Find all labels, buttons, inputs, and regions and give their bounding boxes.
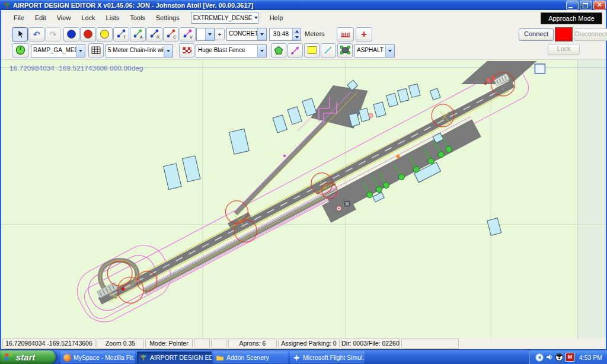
menu-tools[interactable]: Tools <box>124 12 151 23</box>
restore-button[interactable] <box>580 1 592 10</box>
pentagon-icon <box>274 46 283 55</box>
vehicle-link-tool-button[interactable]: V <box>180 27 196 41</box>
apron-surface-dropdown[interactable]: ASPHALT <box>354 44 395 58</box>
start-label: start <box>16 352 36 362</box>
tray-app-icon[interactable] <box>555 353 563 361</box>
width-value: 30.48 <box>270 28 292 40</box>
beacon-icon[interactable] <box>345 201 350 206</box>
airport-map[interactable] <box>1 60 606 338</box>
closed-link-tool-button[interactable]: C <box>163 27 179 41</box>
add-object-button[interactable]: + <box>356 27 372 41</box>
blast-fence-value: Huge Blast Fence <box>196 45 257 57</box>
minimize-button[interactable] <box>566 1 579 10</box>
task-label: Addon Scenery <box>226 354 269 361</box>
runway-link-tool-button[interactable]: R <box>146 27 162 41</box>
fence-profile-button[interactable] <box>337 27 354 41</box>
undo-icon: ↶ <box>33 30 40 39</box>
task-firefox[interactable]: MySpace - Mozilla Fir... <box>60 352 135 363</box>
status-aprons: Aprons: 6 <box>228 339 277 349</box>
status-coordinates: 16.720984034 -169.521743606 <box>2 339 95 349</box>
blue-node-tool-button[interactable] <box>63 27 79 41</box>
link-taxiway-icon: T <box>116 29 127 39</box>
menu-settings[interactable]: Settings <box>151 12 185 23</box>
link-vehicle-icon: V <box>183 29 193 39</box>
ramp-type-dropdown[interactable]: RAMP_GA_MEDIUM <box>31 44 85 58</box>
blast-fence-button[interactable] <box>179 43 194 58</box>
width-spinner[interactable]: 30.48 <box>269 28 301 41</box>
cyan-line-icon <box>324 46 333 55</box>
windows-logo-icon <box>5 353 13 361</box>
toolbar-top: ↶ ↷ T A <box>1 26 606 41</box>
task-flight-simulator[interactable]: Microsoft Flight Simul... <box>290 352 365 363</box>
chevron-down-icon <box>257 45 266 57</box>
density-dropdown[interactable]: EXTREMELY_DENSE <box>191 12 258 24</box>
cursor-coordinates: 16.720984034 -169.521743606 000.00deg <box>9 65 143 72</box>
checker-icon <box>183 47 191 53</box>
link-closed-icon: C <box>166 29 177 39</box>
status-spare-2 <box>211 339 227 349</box>
status-parking: Assigned Parking: 0 <box>278 339 340 349</box>
task-label: MySpace - Mozilla Fir... <box>74 354 135 361</box>
start-button[interactable]: start <box>0 350 56 364</box>
windsock-icon[interactable] <box>337 206 341 210</box>
spinner-arrows[interactable] <box>292 28 301 40</box>
task-label: Microsoft Flight Simul... <box>303 354 365 361</box>
menu-edit[interactable]: Edit <box>30 12 52 23</box>
menu-lists[interactable]: Lists <box>101 12 125 23</box>
tray-collapse-icon[interactable] <box>535 353 544 362</box>
titlebar: AIRPORT DESIGN EDITOR X v01.45.06: JON -… <box>0 0 607 10</box>
apron-fill-button[interactable] <box>304 43 320 58</box>
fence-type-dropdown[interactable]: 5 Meter Chain-link with be <box>106 44 173 58</box>
ade-icon <box>139 353 148 362</box>
svg-text:V: V <box>190 35 193 39</box>
runway-thresholds <box>97 74 510 298</box>
menu-lock[interactable]: Lock <box>76 12 100 23</box>
vector-tool-button[interactable] <box>287 43 303 58</box>
status-spare-3 <box>401 339 459 349</box>
designator-dropdown[interactable] <box>196 28 215 41</box>
menu-file[interactable]: File <box>8 12 30 23</box>
undo-button[interactable]: ↶ <box>28 27 44 41</box>
map-canvas[interactable]: 16.720984034 -169.521743606 000.00deg <box>1 60 606 338</box>
add-designator-button[interactable]: + <box>215 28 225 40</box>
polygon-tool-button[interactable] <box>271 43 286 58</box>
grid-button[interactable] <box>88 43 104 58</box>
color-swatch[interactable] <box>555 27 573 41</box>
pointer-tool-button[interactable] <box>12 27 28 41</box>
apron-link-tool-button[interactable]: A <box>130 27 146 41</box>
map-right-band <box>577 60 606 338</box>
task-ade-active[interactable]: AIRPORT DESIGN ED... <box>137 352 212 363</box>
ramp-node-button[interactable] <box>12 43 28 58</box>
redo-icon: ↷ <box>50 30 57 39</box>
approach-mode-button[interactable]: Approach Mode <box>541 12 602 24</box>
connect-button[interactable]: Connect <box>519 28 554 41</box>
disconnect-button[interactable]: Disconnect <box>574 28 607 41</box>
selection-square[interactable] <box>535 64 545 74</box>
pavement[interactable] <box>98 61 537 305</box>
volume-icon[interactable] <box>546 354 553 360</box>
mcafee-icon[interactable]: M <box>566 353 574 362</box>
surface-dropdown[interactable]: CONCRETE <box>226 28 267 41</box>
blast-fence-dropdown[interactable]: Huge Blast Fence <box>196 44 267 58</box>
taxi-link-tool-button[interactable]: T <box>113 27 129 41</box>
yellow-node-tool-button[interactable] <box>97 27 113 41</box>
task-addon-scenery[interactable]: Addon Scenery <box>213 352 288 363</box>
ade-window: AIRPORT DESIGN EDITOR X v01.45.06: JON -… <box>0 0 607 364</box>
select-region-button[interactable] <box>337 43 353 58</box>
statusbar: 16.720984034 -169.521743606 Zoom 0.35 Mo… <box>1 338 606 349</box>
red-plus-icon: + <box>361 30 367 39</box>
menu-help[interactable]: Help <box>264 12 289 23</box>
app-icon <box>3 1 11 9</box>
menu-view[interactable]: View <box>52 12 76 23</box>
designator-value <box>197 28 205 40</box>
redo-button[interactable]: ↷ <box>45 27 61 41</box>
yellow-circle-icon <box>100 30 109 39</box>
blue-circle-icon <box>67 30 76 39</box>
lock-button[interactable]: Lock <box>548 44 580 55</box>
line-tool-button[interactable] <box>321 43 336 58</box>
task-label: AIRPORT DESIGN ED... <box>150 354 212 361</box>
clock-node-icon <box>15 45 25 55</box>
close-button[interactable] <box>593 1 606 10</box>
plus-icon: + <box>218 31 221 38</box>
red-node-tool-button[interactable] <box>80 27 96 41</box>
